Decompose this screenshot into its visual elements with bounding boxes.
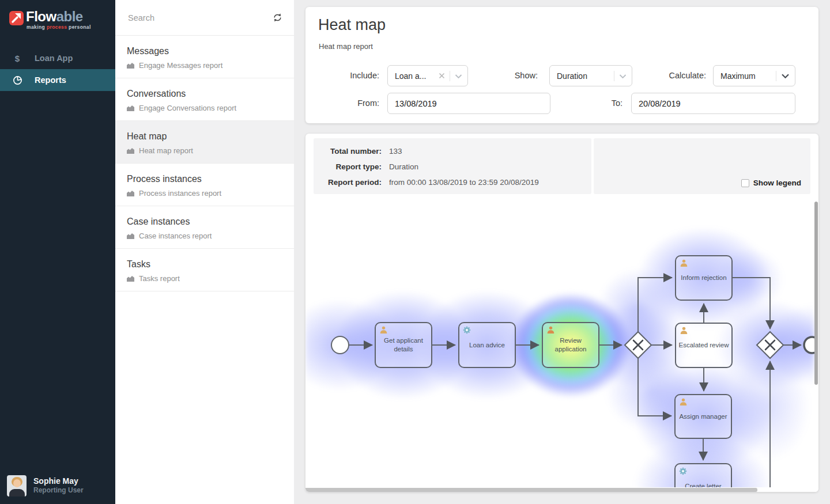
report-item-subtitle: Engage Messages report bbox=[139, 61, 222, 70]
calculate-label: Calculate: bbox=[625, 65, 706, 86]
task-label: Inform rejection bbox=[681, 274, 726, 282]
report-period-label: Report period: bbox=[314, 175, 382, 190]
task-assign-manager: Assign manager bbox=[674, 394, 732, 439]
report-item-case-instances[interactable]: Case instances Case instances report bbox=[115, 206, 294, 249]
report-period-value: from 00:00 13/08/2019 to 23:59 20/08/201… bbox=[389, 175, 539, 190]
task-escalated-review: Escalated review bbox=[675, 323, 733, 368]
sidebar-item-reports[interactable]: Reports bbox=[0, 69, 115, 91]
service-task-icon bbox=[463, 326, 471, 334]
pie-chart-icon bbox=[12, 75, 23, 85]
include-dropdown[interactable]: Loan a... bbox=[387, 65, 468, 86]
bar-chart-icon bbox=[127, 190, 134, 196]
task-loan-advice: Loan advice bbox=[458, 322, 516, 368]
service-task-icon bbox=[679, 467, 687, 475]
user-task-icon bbox=[679, 398, 687, 406]
report-item-title: Conversations bbox=[127, 89, 282, 99]
user-task-icon bbox=[379, 326, 387, 334]
include-value: Loan a... bbox=[395, 71, 439, 81]
report-card: Total number:133 Report type:Duration Re… bbox=[305, 134, 818, 492]
brand-name: Flowable bbox=[26, 9, 83, 24]
horizontal-scrollbar-thumb[interactable] bbox=[305, 488, 757, 492]
legend-panel: Show legend bbox=[594, 138, 810, 194]
report-item-title: Process instances bbox=[127, 174, 282, 184]
report-item-title: Tasks bbox=[127, 259, 282, 270]
search-input[interactable] bbox=[127, 13, 272, 23]
sidebar-item-label: Reports bbox=[35, 75, 66, 85]
vertical-scrollbar-thumb[interactable] bbox=[814, 202, 818, 385]
flowable-logo: Flowable bbox=[0, 0, 115, 25]
page-title: Heat map bbox=[318, 16, 386, 34]
task-label: Get applicant details bbox=[378, 336, 429, 354]
page-subtitle: Heat map report bbox=[319, 42, 373, 51]
report-item-title: Heat map bbox=[127, 131, 282, 142]
bar-chart-icon bbox=[127, 62, 134, 69]
reports-list-panel: Messages Engage Messages report Conversa… bbox=[115, 0, 294, 504]
show-legend-control: Show legend bbox=[741, 179, 801, 187]
user-task-icon bbox=[680, 259, 688, 267]
report-item-tasks[interactable]: Tasks Tasks report bbox=[115, 249, 294, 291]
from-label: From: bbox=[305, 93, 379, 114]
heatmap-diagram: Get applicant details Loan advice Review… bbox=[305, 199, 814, 492]
sidebar-item-label: Loan App bbox=[35, 54, 73, 63]
exclusive-gateway-2 bbox=[757, 332, 783, 358]
flowable-logo-icon bbox=[9, 11, 24, 25]
calculate-value: Maximum bbox=[720, 71, 771, 81]
report-item-subtitle: Process instances report bbox=[139, 189, 221, 198]
report-meta: Total number:133 Report type:Duration Re… bbox=[314, 138, 591, 194]
report-item-heat-map[interactable]: Heat map Heat map report bbox=[115, 121, 294, 164]
to-label: To: bbox=[576, 93, 622, 114]
dollar-icon: $ bbox=[12, 54, 23, 63]
report-item-messages[interactable]: Messages Engage Messages report bbox=[115, 36, 294, 78]
avatar bbox=[7, 475, 27, 497]
sidebar: Flowable making process personal $ Loan … bbox=[0, 0, 115, 504]
sidebar-item-loan-app[interactable]: $ Loan App bbox=[0, 47, 115, 69]
show-dropdown[interactable]: Duration bbox=[549, 65, 632, 86]
total-number-label: Total number: bbox=[314, 143, 382, 159]
show-legend-checkbox[interactable] bbox=[741, 179, 749, 187]
main-content: Heat map Heat map report Include: Loan a… bbox=[294, 0, 830, 504]
include-label: Include: bbox=[305, 65, 379, 86]
app-window: Flowable making process personal $ Loan … bbox=[0, 0, 830, 504]
show-value: Duration bbox=[557, 71, 609, 81]
report-item-subtitle: Tasks report bbox=[139, 274, 180, 283]
task-label: Assign manager bbox=[679, 412, 727, 421]
show-label: Show: bbox=[473, 65, 538, 86]
refresh-icon[interactable] bbox=[272, 13, 282, 23]
report-item-title: Messages bbox=[127, 46, 282, 56]
report-item-subtitle: Heat map report bbox=[139, 146, 193, 155]
sidebar-nav: $ Loan App Reports bbox=[0, 47, 115, 91]
calculate-dropdown[interactable]: Maximum bbox=[713, 65, 795, 86]
chevron-down-icon bbox=[781, 71, 790, 81]
search-bar bbox=[115, 0, 294, 36]
clear-icon[interactable] bbox=[439, 71, 445, 81]
report-item-subtitle: Case instances report bbox=[139, 232, 212, 240]
task-get-applicant-details: Get applicant details bbox=[375, 322, 432, 368]
user-profile[interactable]: Sophie May Reporting User bbox=[0, 471, 115, 501]
total-number-value: 133 bbox=[389, 143, 402, 159]
report-item-process-instances[interactable]: Process instances Process instances repo… bbox=[115, 164, 294, 206]
chevron-down-icon bbox=[455, 71, 462, 81]
report-type-value: Duration bbox=[389, 159, 418, 175]
task-inform-rejection: Inform rejection bbox=[675, 255, 733, 301]
filter-card: Heat map Heat map report Include: Loan a… bbox=[305, 7, 818, 123]
brand-tagline: making process personal bbox=[27, 24, 115, 30]
bar-chart-icon bbox=[127, 275, 134, 282]
bar-chart-icon bbox=[127, 105, 134, 111]
user-task-icon bbox=[680, 327, 688, 335]
report-info-panel: Total number:133 Report type:Duration Re… bbox=[314, 138, 810, 194]
from-date-input[interactable] bbox=[387, 93, 550, 114]
report-type-label: Report type: bbox=[314, 159, 382, 175]
task-label: Loan advice bbox=[469, 341, 505, 350]
bar-chart-icon bbox=[127, 147, 134, 154]
report-item-conversations[interactable]: Conversations Engage Conversations repor… bbox=[115, 78, 294, 121]
user-task-icon bbox=[546, 326, 554, 334]
task-label: Review application bbox=[545, 336, 597, 354]
user-name: Sophie May bbox=[33, 476, 84, 487]
task-review-application: Review application bbox=[542, 322, 599, 368]
report-item-title: Case instances bbox=[127, 217, 282, 227]
start-event bbox=[331, 336, 349, 354]
to-date-input[interactable] bbox=[631, 93, 795, 114]
task-label: Escalated review bbox=[679, 341, 729, 350]
show-legend-label: Show legend bbox=[753, 179, 801, 187]
bar-chart-icon bbox=[127, 233, 134, 239]
